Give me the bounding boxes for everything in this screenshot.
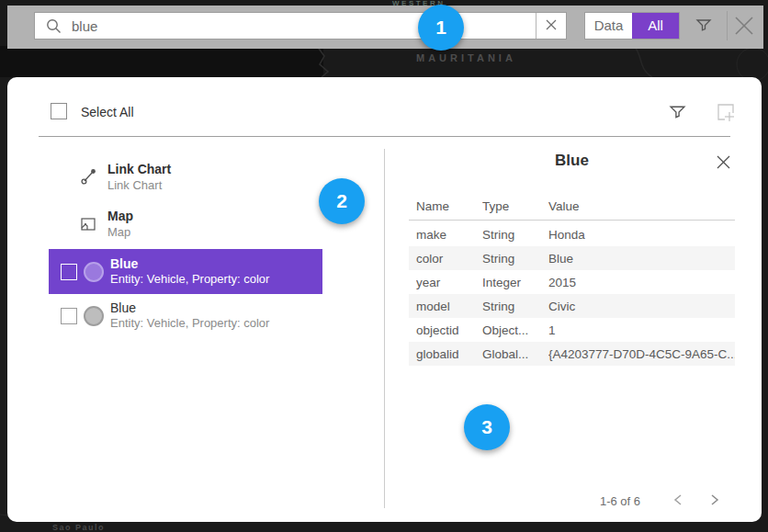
search-input[interactable] [72, 18, 536, 34]
column-header-value: Value [548, 199, 580, 213]
cell-type: String [482, 228, 548, 242]
cell-value: Honda [548, 228, 735, 242]
clear-x-icon [546, 19, 557, 33]
column-header-name: Name [416, 199, 449, 213]
toggle-option-all[interactable]: All [632, 13, 679, 39]
result-title: Link Chart [107, 162, 171, 176]
funnel-icon [669, 103, 686, 123]
column-header-type: Type [482, 199, 509, 213]
select-all-label: Select All [81, 105, 134, 119]
data-all-toggle: Data All [584, 12, 680, 40]
search-input-container[interactable] [34, 12, 567, 40]
pagination-prev-button[interactable] [669, 492, 687, 510]
cell-type: Object... [482, 323, 548, 337]
cell-value: 2015 [548, 276, 735, 289]
result-checkbox[interactable] [61, 264, 77, 280]
result-subtitle: Entity: Vehicle, Property: color [110, 272, 269, 286]
result-checkbox[interactable] [61, 308, 77, 324]
map-icon [80, 216, 96, 236]
result-item-link-chart[interactable]: Link Chart Link Chart [49, 156, 322, 198]
select-all-checkbox[interactable] [51, 103, 67, 119]
cell-value: Civic [548, 300, 735, 313]
new-selection-button[interactable] [714, 102, 738, 124]
result-item-map[interactable]: Map Map [49, 204, 322, 246]
table-header-divider [409, 220, 735, 221]
result-subtitle: Map [107, 225, 130, 239]
chevron-right-icon [709, 493, 720, 509]
close-search-button[interactable] [729, 12, 759, 41]
close-icon [716, 154, 731, 173]
table-row: year Integer 2015 [409, 270, 735, 294]
cell-name: model [416, 300, 482, 313]
pagination-next-button[interactable] [706, 492, 724, 510]
search-toolbar: Data All [7, 6, 763, 49]
cell-type: String [482, 252, 548, 266]
divider [39, 136, 730, 137]
entity-circle-icon [84, 306, 104, 326]
table-row: color String Blue [409, 246, 735, 270]
table-row: globalid Global... {A4203777-D70D-4C5C-9… [409, 342, 735, 366]
detail-close-button[interactable] [712, 153, 734, 175]
cell-name: color [416, 252, 482, 266]
table-row: objectid Object... 1 [409, 318, 735, 342]
toggle-option-data[interactable]: Data [585, 13, 632, 39]
chevron-left-icon [672, 493, 683, 509]
close-icon [732, 14, 756, 40]
cell-type: Global... [482, 347, 548, 361]
app-window: WESTERN MAURITANIA Sao Paulo Data All [0, 0, 768, 532]
result-item-blue-selected[interactable]: Blue Entity: Vehicle, Property: color [49, 249, 322, 294]
result-title: Map [107, 209, 133, 223]
search-clear-button[interactable] [536, 13, 566, 39]
table-row: model String Civic [409, 294, 735, 318]
pagination-label: 1-6 of 6 [597, 494, 643, 508]
filter-results-button[interactable] [666, 102, 688, 124]
search-filter-button[interactable] [692, 15, 716, 37]
annotation-callout-3: 3 [464, 404, 510, 450]
cell-value: 1 [548, 323, 735, 337]
result-subtitle: Link Chart [107, 178, 162, 192]
result-title: Blue [110, 300, 136, 315]
cell-name: objectid [416, 323, 482, 337]
entity-circle-icon [84, 262, 104, 282]
link-chart-icon [81, 168, 97, 188]
cell-value: Blue [548, 252, 735, 266]
annotation-callout-1: 1 [418, 5, 464, 51]
table-row: make String Honda [409, 222, 735, 246]
result-item-blue[interactable]: Blue Entity: Vehicle, Property: color [49, 296, 322, 338]
map-label-mauritania: MAURITANIA [416, 52, 516, 63]
map-label-sao-paulo: Sao Paulo [52, 523, 105, 532]
cell-type: Integer [482, 276, 548, 289]
list-detail-divider [384, 149, 385, 508]
toolbar-divider [727, 11, 728, 40]
cell-name: year [416, 276, 482, 289]
annotation-callout-2: 2 [319, 178, 365, 224]
result-subtitle: Entity: Vehicle, Property: color [110, 316, 269, 330]
search-icon [35, 18, 72, 34]
add-square-icon [716, 102, 736, 125]
detail-title: Blue [409, 152, 735, 170]
cell-value: {A4203777-D70D-4C5C-9A65-C... [548, 347, 735, 361]
cell-name: globalid [416, 347, 482, 361]
cell-type: String [482, 300, 548, 313]
cell-name: make [416, 228, 482, 242]
funnel-icon [695, 17, 712, 36]
result-title: Blue [110, 256, 138, 271]
